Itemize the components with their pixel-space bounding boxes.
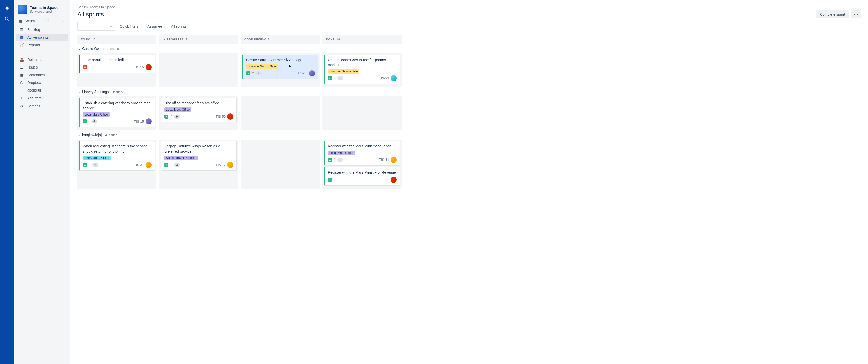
column-drop-zone[interactable]: When requesting user details the service… [78, 140, 156, 188]
assignee-avatar[interactable] [391, 157, 397, 163]
search-input-wrapper [78, 22, 115, 31]
sidebar-item-components[interactable]: ▣Components [16, 71, 68, 79]
priority-highest-icon: ⌃ [170, 115, 173, 118]
column-header-done: DONE 10 [322, 35, 402, 44]
sidebar-item-releases[interactable]: 🚢Releases [16, 56, 68, 63]
epic-tag[interactable]: Local Mars Office [164, 107, 191, 112]
more-actions-button[interactable]: ⋯ [851, 10, 861, 18]
priority-highest-icon: ⌃ [88, 163, 91, 167]
assignee-dropdown[interactable]: Assignee ⌄ [147, 24, 166, 28]
sidebar-item-issues[interactable]: ☰Issues [16, 64, 68, 71]
issue-key[interactable]: TIS-29 [379, 77, 389, 80]
svg-point-0 [5, 17, 8, 20]
epic-tag[interactable]: Local Mars Office [328, 150, 354, 155]
project-avatar-icon [18, 5, 27, 14]
column-drop-zone[interactable]: Hire office manager for Mars office Loca… [159, 96, 238, 130]
breadcrumb[interactable]: Scrum: Teams in Space [78, 5, 861, 9]
swimlane-toggle[interactable]: ⌄ Cassie Owens 3 issues [78, 44, 861, 53]
column-drop-zone[interactable]: Engage Saturn's Rings Resort as a prefer… [159, 140, 238, 188]
priority-highest-icon: ⌃ [333, 158, 336, 162]
estimate-badge: 9 [174, 114, 180, 119]
board-selector-label: Scrum: Teams i... [25, 19, 52, 23]
board-selector[interactable]: ▥ Scrum: Teams i... ⌄ [16, 18, 68, 25]
sidebar-item-backlog[interactable]: ☰ Backlog [16, 26, 68, 33]
issue-key[interactable]: TIS-11 [379, 158, 389, 162]
main-content: Scrum: Teams in Space All sprints Comple… [70, 0, 868, 364]
sidebar-item-apollo[interactable]: ▫apollo-ui [16, 87, 68, 94]
issue-key[interactable]: TIS-30 [298, 71, 307, 75]
project-switcher[interactable]: Teams in Space Software project ⌄ [16, 5, 68, 18]
estimate-badge: 3 [174, 163, 180, 167]
sidebar-item-label: Add item [27, 96, 41, 100]
assignee-avatar[interactable] [146, 64, 152, 70]
quick-filters-dropdown[interactable]: Quick filters ⌄ [120, 24, 143, 28]
epic-tag[interactable]: Space Travel Partners [164, 156, 198, 160]
issue-card[interactable]: When requesting user details the service… [79, 141, 155, 170]
column-header-progress: IN PROGRESS 5 [159, 35, 238, 44]
sprints-dropdown[interactable]: All sprints ⌄ [171, 24, 191, 28]
issue-key[interactable]: TIS-50 [216, 114, 226, 118]
chevron-down-icon: ⌄ [79, 90, 81, 93]
component-icon: ▣ [19, 73, 24, 77]
assignee-avatar[interactable] [227, 162, 233, 168]
sidebar-item-active-sprints[interactable]: ▥ Active sprints [16, 34, 68, 41]
issue-card[interactable]: Register with the Mars Ministry of Reven… [324, 167, 400, 186]
column-drop-zone[interactable]: Register with the Mars Ministry of Labor… [322, 140, 402, 188]
column-drop-zone[interactable] [241, 96, 320, 130]
sidebar-item-reports[interactable]: 📈 Reports [16, 41, 68, 49]
sidebar-item-label: Reports [27, 43, 40, 47]
column-drop-zone[interactable] [241, 140, 320, 188]
column-drop-zone[interactable]: Create Banner Ads to use for partner mar… [322, 53, 402, 87]
jira-logo-icon[interactable]: ◆ [5, 5, 9, 11]
issue-card[interactable]: Links should not be in italics ■ ⌃ TIS-5… [79, 55, 155, 73]
assignee-avatar[interactable] [391, 75, 397, 81]
issue-card[interactable]: Hire office manager for Mars office Loca… [161, 98, 237, 122]
chevron-down-icon: ⌄ [62, 19, 65, 23]
assignee-avatar[interactable] [227, 113, 233, 120]
issue-key[interactable]: TIS-15 [134, 120, 144, 123]
create-icon[interactable]: ＋ [5, 28, 10, 35]
epic-tag[interactable]: Summer Saturn Sale [246, 64, 278, 69]
issue-card[interactable]: Register with the Mars Ministry of Labor… [324, 141, 400, 166]
assignee-avatar[interactable] [146, 118, 152, 124]
sidebar-item-label: Issues [27, 65, 37, 69]
epic-tag[interactable]: Local Mars Office [83, 112, 110, 117]
assignee-avatar[interactable] [309, 70, 315, 77]
sidebar-item-settings[interactable]: ⚙Settings [16, 103, 68, 110]
swimlane-issue-count: 4 issues [105, 133, 118, 137]
issue-key[interactable]: TIS-17 [216, 163, 226, 167]
issue-card[interactable]: ➤ Create Saturn Summer Sizzle Logo Summe… [242, 55, 318, 79]
svg-line-1 [8, 20, 9, 21]
issue-card[interactable]: Create Banner Ads to use for partner mar… [324, 55, 400, 84]
sidebar-item-label: Dropbox [27, 81, 41, 85]
issue-card[interactable]: Engage Saturn's Rings Resort as a prefer… [161, 141, 237, 170]
sidebar-item-dropbox[interactable]: ⬡Dropbox [16, 79, 68, 86]
story-type-icon: ▲ [328, 76, 332, 80]
complete-sprint-button[interactable]: Complete sprint [816, 10, 848, 19]
column-drop-zone[interactable]: Links should not be in italics ■ ⌃ TIS-5… [78, 53, 156, 87]
priority-high-icon: ↑ [88, 120, 90, 123]
epic-tag[interactable]: SeeSpaceEZ Plus [83, 156, 111, 160]
priority-highest-icon: ⌃ [333, 77, 336, 80]
assignee-avatar[interactable] [146, 162, 152, 168]
sidebar-item-label: Active sprints [27, 35, 49, 39]
sidebar-item-add[interactable]: ＋Add item [16, 94, 68, 102]
epic-tag[interactable]: Summer Saturn Sale [328, 69, 359, 74]
assignee-avatar[interactable] [391, 177, 397, 183]
column-drop-zone[interactable] [159, 53, 238, 87]
issue-key[interactable]: TIS-55 [134, 65, 144, 69]
issue-key[interactable]: TIS-37 [134, 163, 144, 167]
column-drop-zone[interactable]: Establish a catering vendor to provide m… [78, 96, 156, 130]
issue-card[interactable]: Establish a catering vendor to provide m… [79, 98, 155, 127]
estimate-badge: - [338, 158, 343, 162]
dropbox-icon: ⬡ [19, 81, 24, 85]
search-icon[interactable] [5, 16, 10, 23]
backlog-icon: ☰ [19, 28, 24, 32]
card-title: Links should not be in italics [83, 57, 152, 63]
column-drop-zone[interactable] [322, 96, 402, 130]
swimlane-issue-count: 3 issues [107, 47, 119, 51]
swimlane-toggle[interactable]: ⌄ Harvey Jennings 2 issues [78, 87, 861, 96]
swimlane-toggle[interactable]: ⌄ iongkowidjaja 4 issues [78, 130, 861, 140]
project-name: Teams in Space [30, 5, 59, 10]
column-drop-zone[interactable]: ➤ Create Saturn Summer Sizzle Logo Summe… [241, 53, 320, 87]
